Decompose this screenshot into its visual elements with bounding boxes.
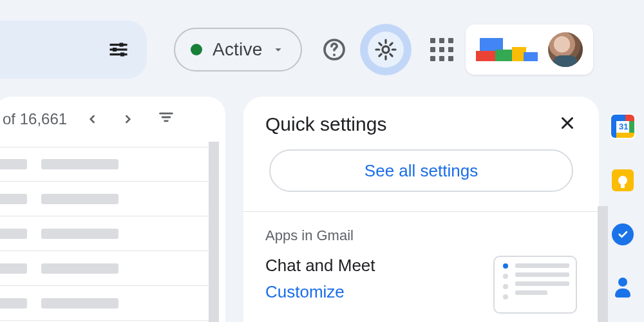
search-bar-end[interactable]: [0, 21, 147, 79]
settings-button[interactable]: [360, 24, 412, 75]
list-item[interactable]: [0, 216, 209, 251]
mail-list-panel: 0 of 16,661: [0, 97, 225, 322]
mail-toolbar: 0 of 16,661: [0, 108, 209, 130]
keep-app-button[interactable]: [610, 167, 636, 193]
account-switcher[interactable]: [466, 24, 593, 75]
status-dot-icon: [191, 44, 202, 55]
sort-icon: [157, 108, 175, 126]
list-item[interactable]: [0, 251, 209, 286]
svg-rect-5: [120, 53, 124, 57]
mail-rows: [0, 147, 209, 321]
help-icon: [321, 37, 347, 62]
list-item[interactable]: [0, 286, 209, 321]
svg-rect-3: [120, 43, 124, 47]
tasks-app-button[interactable]: [610, 222, 636, 247]
status-label: Active: [213, 39, 262, 60]
apps-grid-icon: [430, 38, 453, 61]
settings-item-title: Chat and Meet: [265, 256, 375, 276]
close-icon: [558, 113, 577, 133]
page-count: 0 of 16,661: [0, 110, 67, 128]
next-page-button[interactable]: [118, 110, 137, 128]
list-item[interactable]: [0, 147, 209, 182]
settings-section-label: Apps in Gmail: [265, 227, 577, 244]
svg-point-8: [383, 46, 389, 53]
calendar-app-button[interactable]: 31: [610, 113, 636, 139]
chat-status-chip[interactable]: Active: [174, 28, 302, 71]
org-logo: [476, 35, 539, 64]
chat-meet-thumbnail[interactable]: [493, 256, 577, 314]
top-icon-group: [317, 24, 454, 75]
quick-settings-panel: Quick settings See all settings Apps in …: [243, 97, 599, 322]
gear-icon: [374, 37, 398, 62]
google-apps-button[interactable]: [421, 33, 454, 66]
sort-button[interactable]: [157, 108, 175, 130]
contacts-icon: [613, 278, 632, 299]
contacts-app-button[interactable]: [610, 276, 636, 301]
caret-down-icon: [271, 43, 285, 57]
prev-page-button[interactable]: [84, 110, 102, 128]
see-all-settings-label: See all settings: [365, 161, 478, 181]
mail-scrollbar[interactable]: [209, 142, 219, 322]
customize-link[interactable]: Customize: [265, 282, 375, 302]
avatar: [548, 32, 583, 67]
content-area: 0 of 16,661 Quick settings: [0, 97, 644, 322]
chevron-right-icon: [121, 113, 134, 126]
top-bar: Active: [0, 21, 644, 79]
help-button[interactable]: [317, 33, 351, 66]
keep-icon: [612, 169, 634, 191]
chevron-left-icon: [86, 113, 99, 126]
close-settings-button[interactable]: [558, 113, 577, 135]
list-item[interactable]: [0, 182, 209, 216]
svg-rect-4: [113, 48, 117, 52]
tune-icon: [107, 38, 130, 61]
settings-title: Quick settings: [265, 113, 386, 135]
tasks-icon: [612, 223, 634, 245]
side-panel: 31: [607, 113, 639, 301]
see-all-settings-button[interactable]: See all settings: [269, 149, 573, 192]
calendar-icon: 31: [611, 115, 634, 138]
svg-point-7: [333, 53, 336, 56]
